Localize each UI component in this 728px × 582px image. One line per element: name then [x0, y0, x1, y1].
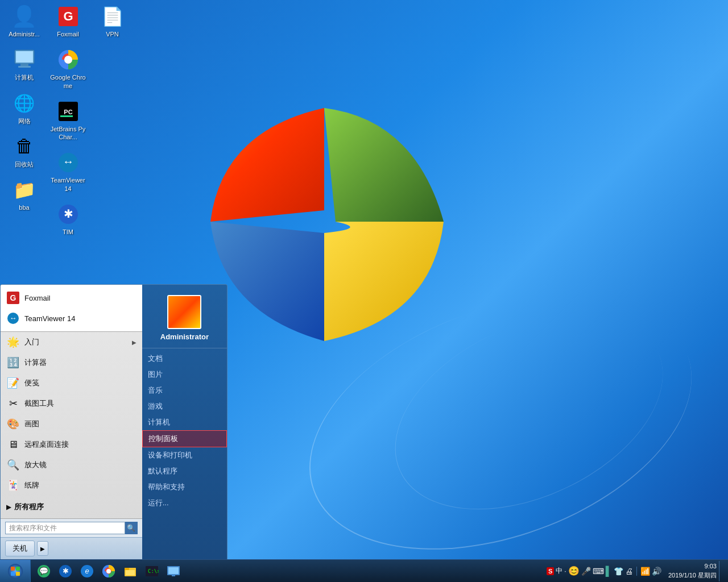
snipping-icon: ✂ [6, 397, 20, 410]
start-button[interactable] [0, 560, 31, 583]
icon-label-foxmail: Foxmail [57, 30, 79, 38]
shutdown-button[interactable]: 关机 [5, 541, 35, 556]
svg-text:C:\>_: C:\>_ [148, 568, 159, 574]
tray-volume[interactable]: 🔊 [652, 567, 661, 576]
desktop: 👤 Administr... 计算机 🌐 网络 🗑 回收站 📁 [0, 0, 728, 582]
all-programs-item[interactable]: ▶ 所有程序 [1, 498, 142, 516]
desktop-icon-tim[interactable]: ✱ TIM [47, 201, 89, 238]
calculator-icon: 🔢 [6, 356, 20, 369]
menu-item-snipping[interactable]: ✂ 截图工具 [1, 393, 142, 414]
desktop-icon-administrator[interactable]: 👤 Administr... [3, 3, 46, 40]
windows-logo [188, 85, 461, 360]
notepad-icon: 📝 [6, 376, 20, 390]
menu-item-magnifier[interactable]: 🔍 放大镜 [1, 455, 142, 475]
search-button[interactable]: 🔍 [125, 522, 138, 534]
svg-text:e: e [85, 567, 89, 575]
right-item-run[interactable]: 运行... [142, 495, 227, 511]
desktop-icon-bba[interactable]: 📁 bba [3, 176, 46, 214]
svg-rect-3 [18, 66, 31, 68]
icon-label-computer: 计算机 [15, 73, 34, 81]
desktop-icon-network[interactable]: 🌐 网络 [3, 90, 46, 127]
right-item-documents[interactable]: 文档 [142, 351, 227, 367]
menu-item-getting-started[interactable]: 🌟 入门 ▶ [1, 332, 142, 352]
taskbar-tim[interactable]: ✱ [55, 561, 76, 581]
foxmail-menu-label: Foxmail [24, 294, 51, 302]
start-search-bar: 🔍 [1, 518, 142, 537]
icon-label-network: 网络 [18, 117, 31, 125]
system-tray: 📶 🔊 [636, 567, 661, 576]
ime-keyboard[interactable]: ⌨ [593, 567, 604, 576]
right-item-music[interactable]: 音乐 [142, 383, 227, 398]
taskbar-chrome[interactable] [98, 561, 119, 581]
remote-icon: 🖥 [6, 438, 20, 451]
search-input[interactable] [5, 522, 125, 534]
ime-tools[interactable]: 🖨 [625, 567, 633, 576]
getting-started-label: 入门 [24, 337, 39, 347]
taskbar-ie[interactable]: e [77, 561, 97, 581]
svg-rect-40 [168, 567, 179, 574]
menu-item-teamviewer[interactable]: ↔ TeamViewer 14 [1, 308, 142, 329]
menu-item-calculator[interactable]: 🔢 计算器 [1, 352, 142, 373]
right-item-control-panel[interactable]: 控制面板 [142, 430, 227, 447]
desktop-icon-pycharm[interactable]: PC JetBrains PyChar... [47, 98, 89, 144]
svg-text:G: G [63, 9, 73, 23]
notepad-label: 便笺 [24, 378, 39, 388]
svg-text:✱: ✱ [63, 207, 73, 220]
right-item-games[interactable]: 游戏 [142, 398, 227, 414]
menu-item-remote[interactable]: 🖥 远程桌面连接 [1, 434, 142, 455]
right-item-help[interactable]: 帮助和支持 [142, 479, 227, 495]
foxmail-menu-icon: G [6, 291, 20, 305]
snipping-label: 截图工具 [24, 398, 54, 409]
taskbar-remote[interactable] [163, 561, 184, 581]
solitaire-icon: 🃏 [6, 479, 20, 492]
ime-emoji[interactable]: 😊 [568, 566, 580, 576]
taskbar-cmd[interactable]: C:\>_ [142, 561, 162, 581]
menu-item-solitaire[interactable]: 🃏 纸牌 [1, 475, 142, 496]
desktop-icon-computer[interactable]: 计算机 [3, 46, 46, 84]
paint-label: 画图 [24, 419, 39, 429]
paint-icon: 🎨 [6, 417, 20, 431]
svg-rect-2 [20, 64, 28, 66]
menu-item-paint[interactable]: 🎨 画图 [1, 414, 142, 434]
svg-rect-24 [16, 572, 20, 576]
show-desktop-button[interactable] [719, 561, 723, 581]
desktop-icon-chrome[interactable]: Google Chrome [47, 46, 89, 92]
desktop-icon-vpn[interactable]: 📄 VPN [91, 3, 134, 40]
teamviewer-menu-icon: ↔ [6, 311, 20, 325]
user-panel: Administrator [142, 289, 227, 348]
desktop-icons-col3: 📄 VPN [91, 3, 134, 46]
taskbar-explorer[interactable] [120, 561, 140, 581]
desktop-icon-recycle[interactable]: 🗑 回收站 [3, 133, 46, 171]
teamviewer-menu-label: TeamViewer 14 [24, 314, 75, 323]
shutdown-row: 关机 ▶ [1, 537, 142, 559]
taskbar-wechat[interactable]: 💬 [34, 561, 54, 581]
ime-skin[interactable]: 👕 [614, 567, 623, 576]
svg-point-8 [64, 56, 72, 64]
shutdown-label: 关机 [13, 543, 27, 554]
shutdown-arrow-button[interactable]: ▶ [37, 541, 48, 556]
calculator-label: 计算器 [24, 357, 47, 368]
taskbar-right: S 中 · 😊 🎤 ⌨ ▌ 👕 🖨 📶 🔊 9:03 2019/1/10 星期四 [542, 560, 728, 582]
svg-rect-1 [16, 51, 33, 63]
right-item-pictures[interactable]: 图片 [142, 367, 227, 383]
tray-network[interactable]: 📶 [640, 567, 650, 576]
svg-point-20 [8, 564, 23, 579]
right-item-default-programs[interactable]: 默认程序 [142, 463, 227, 479]
sogou-s-icon[interactable]: S [547, 567, 554, 575]
ime-mic[interactable]: 🎤 [581, 567, 591, 576]
magnifier-icon: 🔍 [6, 458, 20, 472]
right-item-computer[interactable]: 计算机 [142, 414, 227, 430]
svg-text:↔: ↔ [10, 314, 17, 322]
desktop-icon-foxmail[interactable]: G Foxmail [47, 3, 89, 40]
svg-rect-41 [172, 575, 175, 576]
menu-item-notepad[interactable]: 📝 便笺 [1, 373, 142, 393]
system-items: 🌟 入门 ▶ 🔢 计算器 📝 便笺 ✂ 截图工具 🎨 [1, 332, 142, 496]
getting-started-arrow: ▶ [132, 339, 136, 346]
all-programs-section: ▶ 所有程序 [1, 496, 142, 518]
right-item-devices[interactable]: 设备和打印机 [142, 447, 227, 463]
desktop-icon-teamviewer[interactable]: ↔ TeamViewer 14 [47, 149, 89, 195]
system-datetime[interactable]: 9:03 2019/1/10 星期四 [668, 562, 717, 580]
ime-mode[interactable]: 中 [556, 566, 562, 576]
menu-item-foxmail[interactable]: G Foxmail [1, 288, 142, 308]
start-menu-left: G Foxmail ↔ TeamViewer 14 [1, 285, 142, 559]
